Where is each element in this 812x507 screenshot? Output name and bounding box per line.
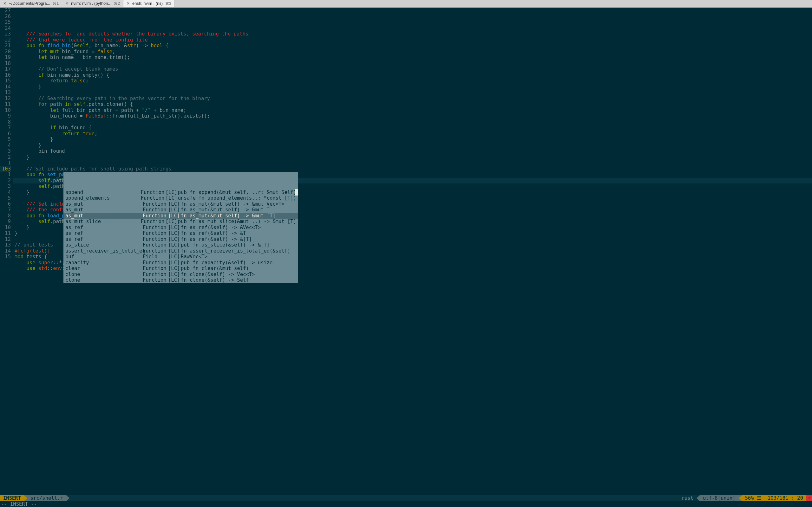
line-number: 13 [0,242,11,248]
completion-item[interactable]: cloneFunction[LC]fn clone(&self) -> Self [63,277,298,283]
completion-kind: Function [143,236,168,242]
completion-name: as_slice [65,242,143,248]
line-number: 15 [0,254,11,260]
code-line[interactable]: // Set include paths for shell using pat… [13,166,812,172]
completion-item[interactable]: appendFunction[LC]pub fn append(&mut sel… [63,189,298,195]
code-line[interactable] [13,160,812,166]
completion-item[interactable]: as_mutFunction[LC]fn as_mut(&mut self) -… [63,207,298,213]
code-line[interactable]: return true; [13,131,812,137]
completion-name: as_mut [65,207,143,213]
code-line[interactable]: pub fn find_bin(&self, bin_name: &str) -… [13,43,812,49]
code-area[interactable]: 2726252423222120191817161514131211109876… [0,8,812,495]
completion-item[interactable]: as_mutFunction[LC]fn as_mut(&mut self) -… [63,213,298,219]
code-line[interactable]: return false; [13,78,812,84]
completion-source: [LC] [168,260,181,266]
completion-source: [LC] [168,272,181,278]
completion-popup[interactable]: appendFunction[LC]pub fn append(&mut sel… [63,172,298,283]
code-line[interactable]: let full_bin_path_str = path + "/" + bin… [13,107,812,113]
completion-item[interactable]: as_refFunction[LC]fn as_ref(&self) -> &V… [63,225,298,231]
completion-item[interactable]: as_refFunction[LC]fn as_ref(&self) -> &T [63,230,298,236]
code-line[interactable]: if bin_name.is_empty() { [13,72,812,78]
tab-label: ensh: nvim . (rls) [132,1,163,7]
close-icon[interactable]: ✕ [3,1,6,7]
completion-name: as_ref [65,230,143,236]
completion-item[interactable]: cloneFunction[LC]fn clone(&self) -> Vec<… [63,272,298,278]
code-line[interactable]: let mut bin_found = false; [13,49,812,55]
completion-item[interactable]: as_refFunction[LC]fn as_ref(&self) -> &[… [63,236,298,242]
line-number: 5 [0,195,11,201]
code-line[interactable]: // Don't accept blank names [13,66,812,72]
completion-kind: Function [143,213,168,219]
line-number: 12 [0,236,11,242]
completion-signature: fn clone(&self) -> Self [181,277,296,283]
completion-signature: fn assert_receiver_is_total_eq(&self) [181,248,296,254]
code-line[interactable] [13,90,812,96]
code-line[interactable]: let bin_name = bin_name.trim(); [13,55,812,60]
code-line[interactable]: } [13,136,812,143]
code-line[interactable] [13,119,812,125]
status-encoding: utf-8[unix] [700,495,739,501]
line-number: 4 [0,143,11,149]
code-line[interactable]: } [13,154,812,160]
line-number: 6 [0,131,11,137]
code-line[interactable]: for path in self.paths.clone() { [13,101,812,107]
terminal-tab[interactable]: ✕ensh: nvim . (rls)⌘3 [123,0,175,7]
line-number: 3 [0,148,11,154]
terminal-tab[interactable]: ✕~/Documents/Progra...⌘1 [0,0,62,7]
completion-item[interactable]: as_mutFunction[LC]fn as_mut(&mut self) -… [63,201,298,207]
line-number: 26 [0,14,11,20]
line-number: 13 [0,90,11,96]
close-icon[interactable]: ✕ [65,1,68,7]
line-number: 24 [0,25,11,32]
completion-item[interactable]: clearFunction[LC]pub fn clear(&mut self) [63,266,298,272]
completion-name: capacity [65,260,143,266]
completion-item[interactable]: append_elementsFunction[LC]unsafe fn app… [63,195,298,201]
code-line[interactable]: bin_found = PathBuf::from(full_bin_path_… [13,113,812,119]
chevron-right-icon [24,495,27,501]
code-line[interactable]: // Searching every path in the paths vec… [13,96,812,102]
completion-kind: Function [141,195,165,201]
completion-item[interactable]: as_sliceFunction[LC]pub fn as_slice(&sel… [63,242,298,248]
completion-source: [LC] [168,213,181,219]
code-line[interactable]: if bin_found { [13,125,812,131]
completion-signature: pub fn capacity(&self) -> usize [181,260,296,266]
status-percent: 56% ☰ [742,495,764,501]
completion-source: [LC] [168,242,181,248]
completion-name: as_ref [65,225,143,231]
code-text[interactable]: /// Searches for and detects whether the… [13,8,812,495]
completion-kind: Function [143,201,168,207]
completion-kind: Field [143,254,168,260]
completion-item[interactable]: bufField[LC]RawVec<T> [63,254,298,260]
tab-label: nvim: nvim . (python... [71,1,111,7]
chevron-right-icon [66,495,69,501]
status-filepath: src/shell.r [27,495,66,501]
completion-signature: pub fn clear(&mut self) [181,266,296,272]
code-line[interactable]: bin_found [13,148,812,154]
close-icon[interactable]: ✕ [126,1,130,7]
status-error-flag: ‹ [806,495,812,501]
completion-name: as_mut_slice [65,219,141,225]
popup-scrollbar[interactable] [295,189,298,195]
completion-source: [LC] [168,201,181,207]
completion-name: as_mut [65,213,143,219]
terminal-tab[interactable]: ✕nvim: nvim . (python...⌘2 [62,0,123,7]
code-line[interactable]: /// that were loaded from the config fil… [13,37,812,43]
completion-item[interactable]: assert_receiver_is_total_eqFunction[LC]f… [63,248,298,254]
code-line[interactable]: } [13,84,812,90]
completion-name: clone [65,277,143,283]
completion-signature: fn as_mut(&mut self) -> &mut Vec<T> [181,201,296,207]
code-line[interactable]: } [13,143,812,149]
line-number: 15 [0,78,11,84]
code-line[interactable]: /// Searches for and detects whether the… [13,31,812,37]
completion-source: [LC] [168,254,181,260]
completion-item[interactable]: capacityFunction[LC]pub fn capacity(&sel… [63,260,298,266]
status-spacer [69,495,678,501]
completion-name: assert_receiver_is_total_eq [65,248,143,254]
completion-signature: fn as_ref(&self) -> &Vec<T> [181,225,296,231]
line-number: 23 [0,31,11,37]
code-line[interactable] [13,60,812,66]
completion-name: clone [65,272,143,278]
code-line[interactable] [13,19,812,25]
code-line[interactable] [13,25,812,32]
completion-item[interactable]: as_mut_sliceFunction[LC]pub fn as_mut_sl… [63,219,298,225]
